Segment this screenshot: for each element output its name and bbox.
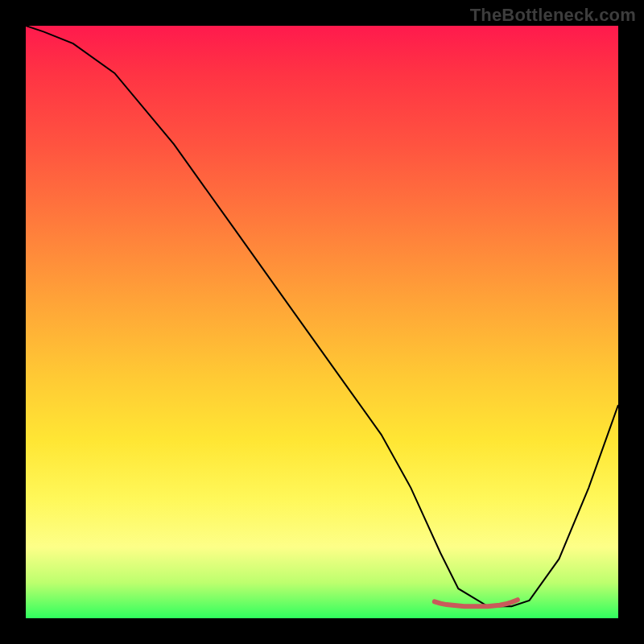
chart-frame: TheBottleneck.com bbox=[0, 0, 644, 644]
watermark-text: TheBottleneck.com bbox=[470, 5, 636, 26]
chart-svg bbox=[26, 26, 618, 618]
optimal-range-marker bbox=[435, 600, 518, 606]
bottleneck-curve bbox=[26, 26, 618, 606]
plot-area bbox=[26, 26, 618, 618]
